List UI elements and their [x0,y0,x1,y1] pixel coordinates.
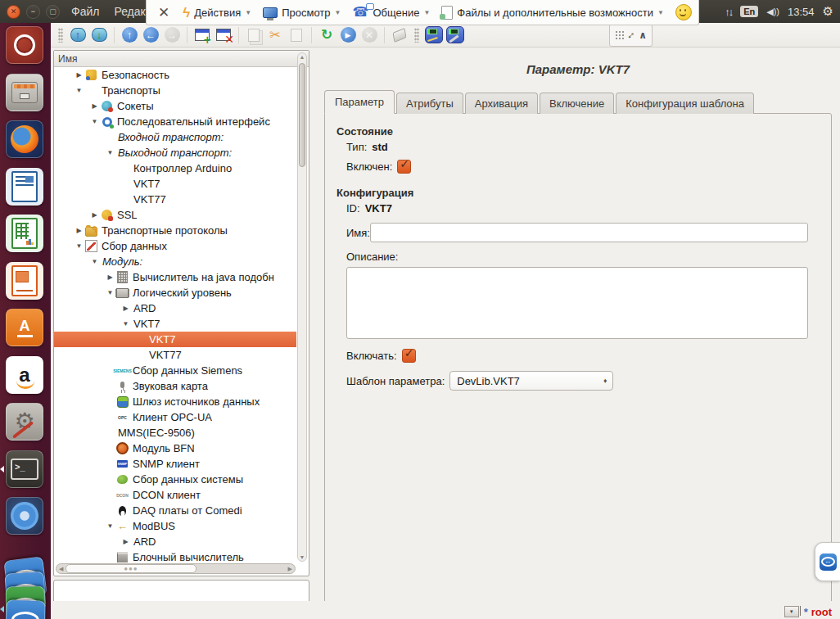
dev-config-button[interactable] [445,25,465,45]
smiley-icon[interactable] [675,4,692,20]
expand-arrow-icon[interactable]: ▶ [120,538,132,545]
tree-item[interactable]: Входной транспорт: [54,129,296,145]
expand-arrow-icon[interactable]: ▶ [88,211,101,219]
collapse-arrow-icon[interactable]: ▼ [73,87,85,94]
tree-item[interactable]: DCONDCON клиент [54,487,296,503]
collapse-arrow-icon[interactable]: ▼ [120,320,132,328]
tree-horizontal-scrollbar[interactable]: ◀ ●●● ▶ [56,563,296,574]
expand-arrow-icon[interactable]: ▶ [73,227,85,234]
tree-item[interactable]: ▼VKT7 [54,316,296,332]
spinner-arrows-icon[interactable]: ▲▼ [598,380,612,382]
tree-item[interactable]: VKT77 [54,192,296,207]
grid-icon[interactable] [615,30,624,39]
expand-arrow-icon[interactable]: ▶ [88,102,101,110]
vertical-scrollbar-thumb[interactable] [299,63,305,167]
toolbar-drag-handle[interactable] [58,28,63,43]
scroll-down-icon[interactable]: ▼ [298,554,306,560]
go-back-button[interactable]: ← [141,25,160,45]
name-input[interactable] [370,223,808,242]
collapse-arrow-icon[interactable]: ▼ [88,118,101,125]
description-textarea[interactable] [346,267,808,339]
db-save-button[interactable]: ↓ [89,25,109,45]
tree-item[interactable]: ▼Последовательный интерфейс [54,114,296,129]
enabled-checkbox[interactable] [397,160,411,174]
tree-vertical-scrollbar[interactable]: ▲ ▼ [297,52,307,562]
tree-item[interactable]: Сбор данных системы [54,472,296,487]
window-minimize-button[interactable]: − [26,5,40,19]
scroll-left-icon[interactable]: ◀ [56,566,65,572]
tree-item[interactable]: ▼Транспорты [54,83,296,98]
tree-column-header[interactable]: Имя [54,51,309,67]
launcher-amazon-icon[interactable]: a [6,356,43,394]
tree-item[interactable]: ▶Вычислитель на java подобн [54,269,296,285]
network-updown-icon[interactable]: ↑↓ [725,6,732,18]
launcher-libreoffice-impress-icon[interactable] [6,262,43,300]
refresh-button[interactable]: ↻ [317,25,336,45]
view-menu[interactable]: Просмотр ▼ [260,7,344,19]
item-add-button[interactable]: ＋ [192,25,212,45]
tree-item[interactable]: MMS(IEC-9506) [54,425,296,441]
tree-item[interactable]: ▼Выходной транспорт: [54,145,296,160]
tree-item[interactable]: ▶ARD [54,300,296,316]
session-gear-icon[interactable]: ⚙ [823,4,833,19]
teamviewer-panel-flap[interactable]: ↔ [815,542,840,581]
expand-arrow-icon[interactable]: ▶ [120,305,132,312]
toolbar-drag-handle[interactable] [414,28,419,43]
expand-arrow-icon[interactable]: ▶ [73,71,85,79]
tree-item[interactable]: Контроллер Arduino [54,160,296,176]
tree-item[interactable]: ▼←ModBUS [54,518,296,534]
collapse-arrow-icon[interactable]: ▼ [104,522,116,530]
tab-2[interactable]: Атрибуты [396,93,463,114]
tree-item[interactable]: OPCКлиент OPC-UA [54,409,296,425]
launcher-libreoffice-writer-icon[interactable] [6,168,43,206]
item-del-button[interactable]: ✕ [214,25,233,45]
go-up-button[interactable]: ↑ [120,25,139,45]
scroll-up-icon[interactable]: ▲ [298,54,306,60]
tree-item[interactable]: ▶Безопасность [54,67,296,83]
launcher-software-center-icon[interactable]: A [6,309,43,346]
tree-item[interactable]: ▶Транспортные протоколы [54,223,296,238]
db-load-button[interactable]: ↑ [68,25,88,45]
cut-button[interactable]: ✂ [265,25,285,45]
launcher-terminal-icon[interactable]: >_ [6,450,43,488]
communication-menu[interactable]: ☎ Общение ▼ [349,6,433,19]
files-extensions-menu[interactable]: Файлы и дополнительные возможности ▼ [438,6,667,20]
clock[interactable]: 13:54 [788,6,815,18]
panel-splitter[interactable] [309,47,316,606]
start-button[interactable]: ▶ [338,25,358,45]
tree-item[interactable]: VKT77 [54,347,296,363]
tree-item[interactable]: SIEMENSСбор данных Siemens [54,363,296,378]
expand-arrow-icon[interactable]: ▶ [104,273,116,281]
menu-file[interactable]: Файл [71,5,99,18]
collapse-arrow-icon[interactable]: ▼ [104,289,116,296]
close-icon[interactable]: ✕ [153,4,174,21]
tab-5[interactable]: Конфигурация шаблона [616,93,754,114]
tree-item[interactable]: ▶ARD [54,534,296,549]
keyboard-layout-indicator[interactable]: En [740,6,758,17]
actions-menu[interactable]: ϟ Действия ▼ [179,6,255,20]
tree-item[interactable]: SNMPSNMP клиент [54,456,296,472]
clear-button[interactable] [390,25,409,45]
launcher-file-manager-icon[interactable] [6,74,43,111]
launcher-system-settings-icon[interactable]: ⚙ [6,403,43,441]
enable-checkbox[interactable] [402,349,416,363]
window-close-button[interactable]: ✕ [7,5,20,19]
tree-item[interactable]: ▼Логический уровень [54,285,296,300]
collapse-arrow-icon[interactable]: ▼ [104,149,116,156]
tree-item[interactable]: DAQ платы от Comedi [54,503,296,518]
template-combobox[interactable]: DevLib.VKT7 ▲▼ [449,371,613,391]
tab-4[interactable]: Включение [540,93,614,114]
scroll-right-icon[interactable]: ▶ [286,566,295,572]
statusbar-dropdown[interactable]: ▼ [784,606,799,617]
tree-item[interactable]: ▶Сокеты [54,98,296,114]
tree-item[interactable]: VKT7 [54,176,296,192]
tree-item[interactable]: Модуль BFN [54,441,296,456]
tree-item[interactable]: Звуковая карта [54,378,296,394]
tree-item[interactable]: ▶SSL [54,207,296,223]
window-maximize-button[interactable]: ▢ [46,5,60,19]
sound-icon[interactable]: ◀)) [766,7,779,17]
launcher-chromium-icon[interactable] [6,497,43,535]
launcher-libreoffice-calc-icon[interactable] [6,215,43,252]
dev-tune-button[interactable] [424,25,444,45]
tree-item[interactable]: Блочный вычислитель [54,549,296,563]
